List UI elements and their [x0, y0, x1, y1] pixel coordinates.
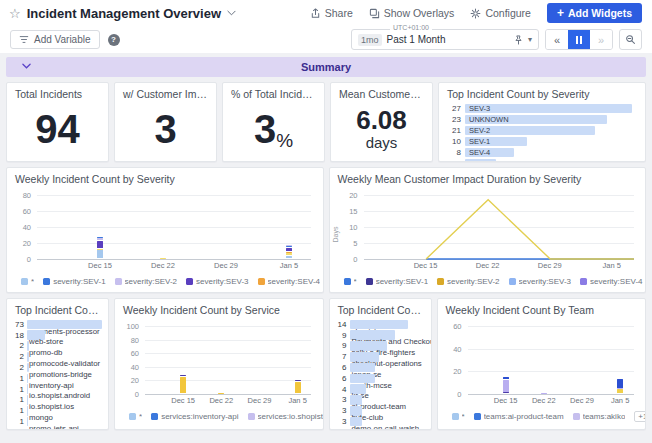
- favorite-star-icon[interactable]: ☆: [9, 7, 21, 20]
- configure-button[interactable]: Configure: [470, 7, 531, 19]
- bar-segment[interactable]: [180, 377, 186, 393]
- legend-item[interactable]: *: [344, 277, 357, 286]
- legend-more-badge[interactable]: +13: [634, 411, 646, 422]
- severity-row[interactable]: 8SEV-4: [443, 147, 637, 157]
- list-item[interactable]: 73payments-processor: [9, 319, 102, 330]
- bar-segment[interactable]: [286, 252, 292, 253]
- bar-segment[interactable]: [286, 253, 292, 255]
- bar-segment[interactable]: [97, 249, 103, 250]
- list-item[interactable]: 3ai-product-team: [332, 395, 425, 406]
- list-item[interactable]: 1io.shopist.ios: [9, 395, 102, 406]
- list-item[interactable]: 2promo-db: [9, 341, 102, 352]
- list-item[interactable]: 14shopist: [332, 319, 425, 330]
- widget-weekly-incident-count-by-service[interactable]: Weekly Incident Count by Service 0204060…: [114, 298, 324, 430]
- widget-mean-customer-impact[interactable]: Mean Customer I… 6.08 days: [330, 82, 433, 162]
- pin-icon[interactable]: [514, 35, 523, 45]
- widget-percent-total-incidents[interactable]: % of Total Incidents 3 %: [222, 82, 325, 162]
- widget-weekly-incident-count-by-severity[interactable]: Weekly Incident Count by Severity 020406…: [6, 167, 324, 293]
- list-item[interactable]: 6south-mcse: [332, 373, 425, 384]
- widget-top-incident-count-by-service[interactable]: Top Incident Coun… 73payments-processor1…: [6, 298, 109, 430]
- widget-top-incident-count-by-team[interactable]: Top Incident Coun… 14shopist9Payments an…: [329, 298, 432, 430]
- list-item[interactable]: 1inventory-api: [9, 373, 102, 384]
- list-item[interactable]: 7checkout-operations: [332, 351, 425, 362]
- list-item[interactable]: 3demo-on-call-walsh: [332, 416, 425, 427]
- list-item[interactable]: 4kr-se: [332, 384, 425, 395]
- list-item[interactable]: 9Payments and Checkouts: [332, 330, 425, 341]
- legend-item[interactable]: severity:SEV-3: [186, 277, 248, 286]
- time-range-picker[interactable]: UTC+01:00 1mo Past 1 Month ▾: [351, 29, 539, 50]
- top-list-services: 73payments-processor18web-store2promo-db…: [7, 318, 108, 427]
- show-overlays-button[interactable]: Show Overlays: [369, 7, 455, 19]
- severity-label: SEV-3: [465, 104, 490, 113]
- legend-item[interactable]: *: [21, 277, 34, 286]
- severity-row[interactable]: 10SEV-1: [443, 136, 637, 146]
- list-item[interactable]: 2promotions-bridge: [9, 362, 102, 373]
- legend-item[interactable]: severity:SEV-2: [115, 277, 177, 286]
- legend-item[interactable]: severity:SEV-4: [580, 277, 642, 286]
- legend-item[interactable]: severity:SEV-1: [366, 277, 428, 286]
- summary-section-header[interactable]: Summary: [6, 57, 646, 77]
- pause-button[interactable]: [568, 30, 590, 49]
- severity-row[interactable]: 5SEV-5: [443, 158, 637, 162]
- bar-segment[interactable]: [503, 377, 509, 379]
- list-item[interactable]: 1io.shopist.android: [9, 384, 102, 395]
- list-item[interactable]: 1promo-jets-api: [9, 416, 102, 427]
- severity-row[interactable]: 21SEV-2: [443, 125, 637, 135]
- legend-item[interactable]: *: [129, 412, 142, 421]
- help-icon[interactable]: ?: [108, 34, 120, 46]
- share-button[interactable]: Share: [310, 7, 353, 19]
- time-range-caret-icon[interactable]: ▾: [528, 35, 532, 44]
- legend-swatch: [452, 413, 459, 420]
- y-tick-label: 60: [11, 207, 31, 216]
- legend-item[interactable]: severity:SEV-1: [43, 277, 105, 286]
- list-item-count: 7: [332, 352, 347, 361]
- legend-item[interactable]: services:io.shopist.and: [248, 412, 324, 421]
- widget-weekly-incident-count-by-team[interactable]: Weekly Incident Count By Team 0204060Dec…: [437, 298, 647, 430]
- add-widgets-button[interactable]: + Add Widgets: [547, 3, 642, 23]
- title-group: ☆ Incident Management Overview: [9, 6, 236, 21]
- bar-segment[interactable]: [286, 248, 292, 251]
- line-chart[interactable]: Days05101520Dec 15Dec 22Dec 29Jan 5: [334, 189, 642, 273]
- bar-chart[interactable]: 0204060Dec 15Dec 22Dec 29Jan 5: [442, 320, 642, 408]
- list-item[interactable]: 18web-store: [9, 330, 102, 341]
- list-item[interactable]: 1mongo: [9, 405, 102, 416]
- widget-weekly-mean-customer-impact-duration[interactable]: Weekly Mean Customer Impact Duration by …: [329, 167, 647, 293]
- collapse-chevron-icon[interactable]: [22, 63, 31, 69]
- list-item[interactable]: 3byte-club: [332, 405, 425, 416]
- widget-total-incidents[interactable]: Total Incidents 94: [6, 82, 109, 162]
- list-item[interactable]: 2promocode-validator: [9, 351, 102, 362]
- add-variable-button[interactable]: Add Variable: [10, 30, 100, 49]
- bar-segment[interactable]: [97, 238, 103, 240]
- widget-top-incident-count-by-severity[interactable]: Top Incident Count by Severity 27SEV-323…: [438, 82, 646, 162]
- time-forward-button[interactable]: »: [590, 30, 612, 49]
- time-backward-button[interactable]: «: [546, 30, 568, 49]
- bar-segment[interactable]: [97, 241, 103, 248]
- widget-with-customer-impact[interactable]: w/ Customer Impa… 3: [114, 82, 217, 162]
- legend-item[interactable]: severity:SEV-4: [258, 277, 320, 286]
- severity-row[interactable]: 27SEV-3: [443, 103, 637, 113]
- bar-segment[interactable]: [97, 249, 103, 258]
- legend-item[interactable]: severity:SEV-3: [509, 277, 571, 286]
- legend-swatch: [248, 413, 255, 420]
- legend-item[interactable]: teams:akiko: [573, 412, 626, 421]
- title-chevron-down-icon[interactable]: [227, 10, 236, 16]
- list-item[interactable]: 9sally-s-fire-fighters: [332, 341, 425, 352]
- legend-item[interactable]: severity:SEV-2: [437, 277, 499, 286]
- zoom-out-button[interactable]: [619, 29, 642, 50]
- bar-segment[interactable]: [541, 393, 547, 394]
- bar-segment[interactable]: [503, 380, 509, 392]
- list-item[interactable]: 6japan-se: [332, 362, 425, 373]
- severity-row[interactable]: 23UNKNOWN: [443, 114, 637, 124]
- bar-segment[interactable]: [295, 382, 301, 394]
- legend-item[interactable]: *: [452, 412, 465, 421]
- legend-item[interactable]: services:inventory-api: [151, 412, 238, 421]
- legend-item[interactable]: teams:ai-product-team: [474, 412, 564, 421]
- bar-segment[interactable]: [218, 393, 224, 394]
- bar-chart[interactable]: 020406080100Dec 15Dec 22Dec 29Jan 5: [119, 320, 319, 408]
- stacked-bar-chart[interactable]: 020406080Dec 15Dec 22Dec 29Jan 5: [11, 189, 319, 273]
- bar-segment[interactable]: [286, 256, 292, 259]
- legend-swatch: [509, 278, 516, 285]
- bar-segment[interactable]: [617, 389, 623, 393]
- bar-segment[interactable]: [617, 379, 623, 387]
- bar-segment[interactable]: [286, 245, 292, 246]
